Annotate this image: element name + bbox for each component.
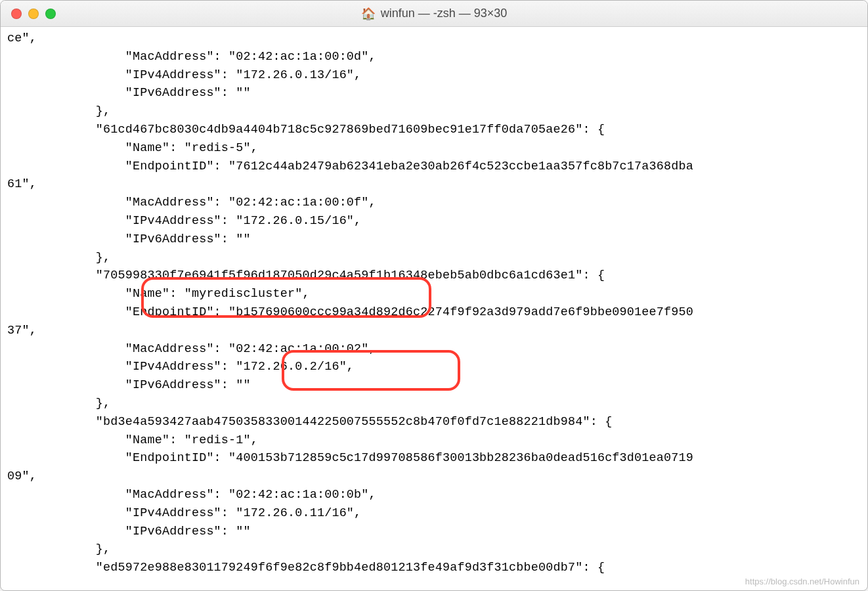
terminal-line: "IPv6Address": "" [7, 86, 251, 100]
terminal-line: "61cd467bc8030c4db9a4404b718c5c927869bed… [7, 123, 605, 137]
terminal-line: }, [7, 542, 110, 556]
terminal-line: "MacAddress": "02:42:ac:1a:00:0f", [7, 196, 376, 209]
terminal-line: "IPv4Address": "172.26.0.13/16", [7, 68, 361, 82]
terminal-line: "IPv6Address": "" [7, 378, 251, 392]
terminal-line: "Name": "redis-5", [7, 141, 258, 155]
terminal-line: "MacAddress": "02:42:ac:1a:00:0b", [7, 488, 376, 502]
terminal-line: "EndpointID": "400153b712859c5c17d997085… [7, 451, 693, 465]
terminal-line: "MacAddress": "02:42:ac:1a:00:0d", [7, 50, 376, 64]
terminal-line: "Name": "redis-1", [7, 433, 258, 447]
zoom-icon[interactable] [45, 9, 56, 19]
terminal-line: "705998330f7e6941f5f96d187050d29c4a59f1b… [7, 269, 605, 282]
terminal-line: "Name": "myrediscluster", [7, 287, 310, 301]
terminal-line: "EndpointID": "7612c44ab2479ab62341eba2e… [7, 160, 693, 173]
terminal-line: 37", [7, 324, 37, 338]
close-icon[interactable] [11, 9, 22, 19]
terminal-line: "IPv4Address": "172.26.0.2/16", [7, 360, 354, 374]
window-title: 🏠 winfun — -zsh — 93×30 [1, 7, 867, 21]
terminal-window: 🏠 winfun — -zsh — 93×30 ce", "MacAddress… [0, 0, 868, 591]
home-icon: 🏠 [361, 7, 376, 21]
terminal-line: "MacAddress": "02:42:ac:1a:00:02", [7, 342, 376, 356]
minimize-icon[interactable] [28, 9, 39, 19]
terminal-line: }, [7, 397, 110, 410]
terminal-line: "bd3e4a593427aab475035833001442250075555… [7, 415, 612, 429]
terminal-line: }, [7, 251, 110, 265]
terminal-line: "IPv4Address": "172.26.0.15/16", [7, 214, 361, 228]
terminal-output[interactable]: ce", "MacAddress": "02:42:ac:1a:00:0d", … [1, 27, 867, 590]
terminal-line: 09", [7, 470, 37, 483]
terminal-line: "ed5972e988e8301179249f6f9e82c8f9bb4ed80… [7, 561, 605, 575]
titlebar[interactable]: 🏠 winfun — -zsh — 93×30 [1, 1, 867, 27]
terminal-line: "IPv6Address": "" [7, 525, 251, 538]
terminal-content[interactable]: ce", "MacAddress": "02:42:ac:1a:00:0d", … [1, 27, 867, 590]
terminal-line: "IPv4Address": "172.26.0.11/16", [7, 506, 361, 520]
terminal-line: "IPv6Address": "" [7, 232, 251, 246]
terminal-line: }, [7, 104, 110, 118]
terminal-line: ce", [7, 32, 37, 45]
terminal-line: 61", [7, 177, 37, 191]
terminal-line: "EndpointID": "b157690600ccc99a34d892d6c… [7, 305, 693, 319]
traffic-lights [1, 9, 56, 19]
window-title-text: winfun — -zsh — 93×30 [381, 7, 508, 20]
